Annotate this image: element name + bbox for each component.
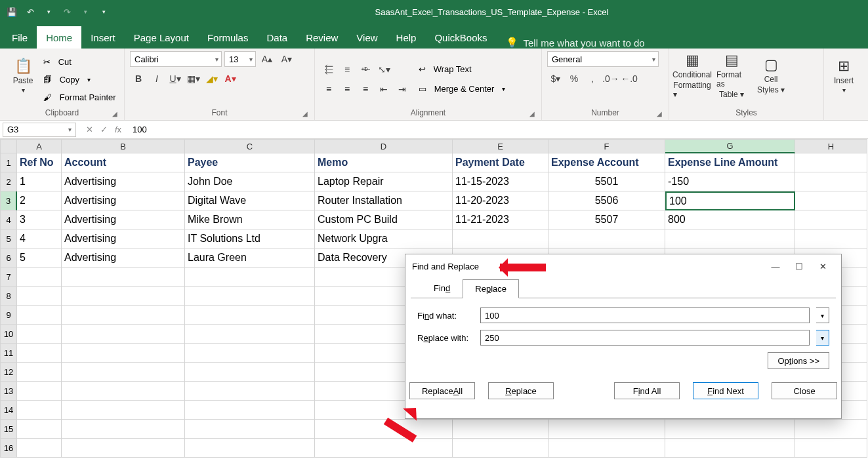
align-top-icon[interactable]: ⬱ [320,62,337,77]
find-what-input[interactable]: 100 [480,307,810,323]
cell-H3[interactable] [795,191,867,210]
cell-B12[interactable] [62,363,185,382]
cell-D4[interactable]: Custom PC Build [315,210,453,229]
cell-C12[interactable] [185,363,315,382]
cell-C9[interactable] [185,306,315,325]
tab-formulas[interactable]: Formulas [198,26,258,49]
cell-H5[interactable] [795,229,867,248]
cell-A14[interactable] [17,401,62,420]
border-button[interactable]: ▦▾ [185,71,202,87]
cancel-edit-icon[interactable]: ✕ [83,125,96,134]
cell-A1[interactable]: Ref No [17,153,62,172]
cell-C6[interactable]: Laura Green [185,248,315,268]
cell-A12[interactable] [17,363,62,382]
cell-A5[interactable]: 4 [17,229,62,248]
cell-styles-button[interactable]: ▢CellStyles ▾ [753,51,789,100]
decrease-indent-icon[interactable]: ⇤ [375,81,392,97]
name-box[interactable]: G3 [3,123,76,137]
cell-C2[interactable]: John Doe [185,172,315,191]
cell-C1[interactable]: Payee [185,153,315,172]
underline-button[interactable]: U▾ [167,71,184,87]
wrap-text-button[interactable]: ↩ Wrap Text [419,62,505,77]
cell-B11[interactable] [62,344,185,363]
cell-C11[interactable] [185,344,315,363]
tab-find[interactable]: Find [421,279,463,298]
row-header[interactable]: 2 [0,172,17,191]
fx-icon[interactable]: fx [112,125,125,134]
cell-D2[interactable]: Laptop Repair [315,172,453,191]
font-color-button[interactable]: A▾ [222,71,239,87]
cell-F15[interactable] [548,420,665,439]
close-icon[interactable]: ✕ [811,257,835,275]
cut-button[interactable]: ✂ Cut [43,54,116,69]
tab-data[interactable]: Data [257,26,297,49]
find-what-dropdown-icon[interactable]: ▾ [816,307,829,323]
col-header-E[interactable]: E [453,139,548,153]
undo-icon[interactable]: ↶ [22,4,38,20]
cell-H15[interactable] [795,420,867,439]
col-header-F[interactable]: F [548,139,665,153]
row-header[interactable]: 14 [0,401,17,420]
cell-F16[interactable] [548,439,665,458]
align-middle-icon[interactable]: ≡ [339,62,356,77]
cell-B13[interactable] [62,382,185,401]
align-left-icon[interactable]: ≡ [320,81,337,97]
cell-A13[interactable] [17,382,62,401]
cell-D5[interactable]: Network Upgra [315,229,453,248]
cell-B2[interactable]: Advertising [62,172,185,191]
cell-B9[interactable] [62,306,185,325]
cell-A7[interactable] [17,268,62,287]
tab-insert[interactable]: Insert [81,26,125,49]
close-button[interactable]: Close [772,382,837,399]
format-as-table-button[interactable]: ▤Format asTable ▾ [714,51,749,100]
cell-A3[interactable]: 2 [17,191,62,210]
cell-G5[interactable] [665,229,795,248]
cell-G3[interactable]: 100 [665,191,795,210]
cell-B14[interactable] [62,401,185,420]
row-header[interactable]: 15 [0,420,17,439]
cell-E3[interactable]: 11-20-2023 [453,191,548,210]
save-icon[interactable]: 💾 [4,4,20,20]
cell-A15[interactable] [17,420,62,439]
decrease-decimal-icon[interactable]: ←.0 [621,71,638,87]
cell-D3[interactable]: Router Installation [315,191,453,210]
redo-dropdown-icon[interactable]: ▾ [77,4,93,20]
cell-B15[interactable] [62,420,185,439]
merge-center-button[interactable]: ▭ Merge & Center ▾ [419,81,505,97]
row-header[interactable]: 10 [0,325,17,344]
cell-A4[interactable]: 3 [17,210,62,229]
row-header[interactable]: 13 [0,382,17,401]
row-header[interactable]: 3 [0,191,17,210]
options-button[interactable]: Options >> [768,352,829,369]
cell-D16[interactable] [315,439,453,458]
cell-B3[interactable]: Advertising [62,191,185,210]
cell-C13[interactable] [185,382,315,401]
tab-quickbooks[interactable]: QuickBooks [425,26,496,49]
row-header[interactable]: 5 [0,229,17,248]
increase-font-icon[interactable]: A▴ [258,51,276,67]
format-painter-button[interactable]: 🖌 Format Painter [43,89,116,105]
dialog-launcher-icon[interactable]: ◢ [112,110,117,117]
replace-with-input[interactable]: 250 [480,330,810,346]
conditional-formatting-button[interactable]: ▦ConditionalFormatting ▾ [674,51,710,100]
tab-page-layout[interactable]: Page Layout [125,26,198,49]
dialog-launcher-icon[interactable]: ◢ [657,110,662,117]
tab-home[interactable]: Home [37,26,81,49]
cell-H16[interactable] [795,439,867,458]
cell-H1[interactable] [795,153,867,172]
cell-F5[interactable] [548,229,665,248]
cell-E2[interactable]: 11-15-2023 [453,172,548,191]
row-header[interactable]: 9 [0,306,17,325]
cell-B7[interactable] [62,268,185,287]
find-all-button[interactable]: Find All [614,382,680,399]
cell-F3[interactable]: 5506 [548,191,665,210]
dialog-launcher-icon[interactable]: ◢ [529,110,535,117]
cell-D1[interactable]: Memo [315,153,453,172]
cell-E5[interactable] [453,229,548,248]
cell-B1[interactable]: Account [62,153,185,172]
cell-G1[interactable]: Expense Line Amount [665,153,795,172]
cell-G15[interactable] [665,420,795,439]
fill-color-button[interactable]: ◢▾ [203,71,220,87]
tell-me-box[interactable]: 💡 Tell me what you want to do [497,37,654,49]
cell-C4[interactable]: Mike Brown [185,210,315,229]
